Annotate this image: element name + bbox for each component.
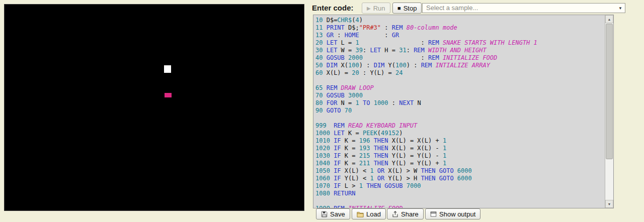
code-editor[interactable]: 10 D$=CHR$(4)11 PRINT D$;"PR#3" : REM 80…	[313, 15, 614, 208]
code-line: 13 GR : HOME : GR	[315, 32, 603, 39]
show-output-button[interactable]: Show output	[425, 208, 480, 219]
code-line: 1999 REM INITIALIZE FOOD	[315, 205, 603, 208]
code-line: 40 GOSUB 2000 : REM INITIALIZE FOOD	[315, 54, 603, 62]
floppy-disk-icon	[321, 211, 328, 217]
stop-icon: ■	[397, 5, 401, 11]
apple2-graphics-screen[interactable]	[4, 4, 304, 211]
stop-button[interactable]: ■ Stop	[392, 3, 422, 14]
scrollbar-thumb[interactable]	[606, 24, 613, 159]
code-line: 999 REM READ KEYBOARD INPUT	[315, 122, 603, 130]
code-line: 70 GOSUB 3000	[315, 92, 603, 99]
code-line: 1050 IF X(L) < 1 OR X(L) > W THEN GOTO 6…	[315, 167, 603, 175]
food-cell	[165, 93, 172, 97]
code-line: 30 LET W = 39: LET H = 31: REM WIDTH AND…	[315, 47, 603, 54]
code-line: 1040 IF K = 211 THEN Y(L) = Y(L) + 1	[315, 160, 603, 167]
run-button-label: Run	[373, 5, 385, 12]
code-lines[interactable]: 10 D$=CHR$(4)11 PRINT D$;"PR#3" : REM 80…	[313, 15, 605, 208]
code-line: 1000 LET K = PEEK(49152)	[315, 130, 603, 137]
code-line: 11 PRINT D$;"PR#3" : REM 80-column mode	[315, 24, 603, 32]
code-line: 1020 IF K = 193 THEN X(L) = X(L) - 1	[315, 145, 603, 152]
code-line: 1070 IF L > 1 THEN GOSUB 7000	[315, 182, 603, 190]
share-button-label: Share	[401, 210, 419, 218]
code-line	[315, 115, 603, 122]
save-button[interactable]: Save	[316, 208, 350, 219]
code-line: 80 FOR N = 1 TO 1000 : NEXT N	[315, 99, 603, 107]
share-button[interactable]: Share	[387, 208, 424, 219]
chevron-down-icon: ▼	[618, 6, 622, 11]
play-icon: ▶	[367, 6, 371, 11]
editor-scrollbar[interactable]: ▲ ▼	[605, 15, 613, 208]
code-line: 1080 RETURN	[315, 190, 603, 197]
code-line: 1060 IF Y(L) < 1 OR Y(L) > H THEN GOTO 6…	[315, 175, 603, 182]
sample-select-value: Select a sample...	[426, 4, 478, 12]
save-button-label: Save	[330, 210, 345, 218]
code-line: 65 REM DRAW LOOP	[315, 84, 603, 92]
share-icon	[392, 211, 398, 217]
stop-button-label: Stop	[404, 5, 417, 12]
code-line	[315, 197, 603, 205]
code-line: 1030 IF K = 215 THEN Y(L) = Y(L) - 1	[315, 152, 603, 160]
scroll-down-icon[interactable]: ▼	[605, 200, 613, 208]
code-line: 50 DIM X(100) : DIM Y(100) : REM INTIALI…	[315, 62, 603, 69]
run-button[interactable]: ▶ Run	[362, 3, 390, 14]
enter-code-label: Enter code:	[312, 4, 354, 12]
load-button[interactable]: Load	[352, 208, 386, 219]
code-line: 60 X(L) = 20 : Y(L) = 24	[315, 69, 603, 77]
load-button-label: Load	[366, 210, 381, 218]
code-line: 10 D$=CHR$(4)	[315, 17, 603, 24]
code-line: 90 GOTO 70	[315, 107, 603, 115]
output-window-icon	[430, 211, 437, 217]
code-line: 1010 IF K = 196 THEN X(L) = X(L) + 1	[315, 137, 603, 145]
snake-cell	[164, 65, 171, 73]
code-line	[315, 77, 603, 84]
show-output-button-label: Show output	[439, 210, 475, 218]
sample-select[interactable]: Select a sample... ▼	[422, 3, 625, 13]
scroll-up-icon[interactable]: ▲	[605, 15, 613, 23]
code-line: 20 LET L = 1 : REM SNAKE STARTS WITH LEN…	[315, 39, 603, 47]
folder-icon	[357, 211, 364, 217]
